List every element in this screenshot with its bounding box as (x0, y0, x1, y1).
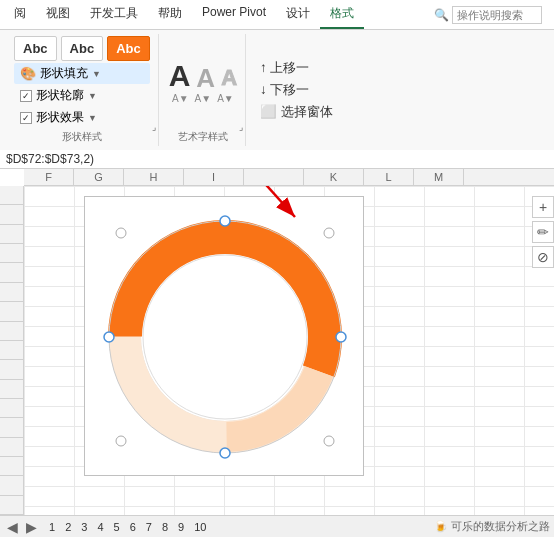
row-3[interactable] (0, 225, 24, 244)
page-10[interactable]: 10 (191, 521, 209, 533)
row-5[interactable] (0, 263, 24, 282)
right-buttons-group: ↑ 上移一 ↓ 下移一 ⬜ 选择窗体 (248, 34, 345, 146)
shape-effect-item[interactable]: 形状效果 ▼ (14, 107, 150, 128)
page-3[interactable]: 3 (78, 521, 90, 533)
select-pane-button[interactable]: ⬜ 选择窗体 (256, 102, 337, 122)
page-4[interactable]: 4 (94, 521, 106, 533)
chart-container[interactable] (84, 196, 364, 476)
tab-devtools[interactable]: 开发工具 (80, 0, 148, 29)
svg-point-7 (220, 216, 230, 226)
col-m[interactable]: M (414, 169, 464, 185)
sheet-tabs-bar: ◀ ▶ 1 2 3 4 5 6 7 8 9 10 🍺 可乐的数据分析之路 (0, 515, 554, 537)
move-up-button[interactable]: ↑ 上移一 (256, 58, 337, 78)
float-add-button[interactable]: + (532, 196, 554, 218)
move-down-button[interactable]: ↓ 下移一 (256, 80, 337, 100)
col-j[interactable] (244, 169, 304, 185)
row-7[interactable] (0, 302, 24, 321)
svg-point-9 (220, 448, 230, 458)
row-9[interactable] (0, 341, 24, 360)
col-f[interactable]: F (24, 169, 74, 185)
column-headers: F G H I K L M (24, 169, 554, 186)
page-5[interactable]: 5 (111, 521, 123, 533)
effect-label: 形状效果 (36, 109, 84, 126)
abc-button-1[interactable]: Abc (14, 36, 57, 61)
formula-text: $D$72:$D$73,2) (6, 152, 94, 166)
svg-point-11 (116, 228, 126, 238)
watermark-text: 🍺 可乐的数据分析之路 (434, 519, 550, 534)
art-style-label: 艺术字样式 (178, 128, 228, 144)
abc-buttons-row: Abc Abc Abc (14, 36, 150, 61)
row-12[interactable] (0, 399, 24, 418)
shape-style-content: Abc Abc Abc 🎨 形状填充 ▼ 形状轮廓 ▼ (14, 36, 150, 128)
shape-outline-item[interactable]: 形状轮廓 ▼ (14, 85, 150, 106)
row-15[interactable] (0, 457, 24, 476)
row-headers (0, 186, 24, 515)
row-10[interactable] (0, 360, 24, 379)
effect-dropdown-icon[interactable]: ▼ (88, 113, 97, 123)
abc-button-3[interactable]: Abc (107, 36, 150, 61)
row-11[interactable] (0, 380, 24, 399)
svg-point-13 (324, 436, 334, 446)
art-sub-1: A▼ (172, 93, 189, 104)
donut-chart (85, 197, 365, 477)
svg-point-14 (116, 436, 126, 446)
page-8[interactable]: 8 (159, 521, 171, 533)
formula-bar: $D$72:$D$73,2) (0, 150, 554, 169)
abc-button-2[interactable]: Abc (61, 36, 104, 61)
row-13[interactable] (0, 418, 24, 437)
page-7[interactable]: 7 (143, 521, 155, 533)
outline-dropdown-icon[interactable]: ▼ (88, 91, 97, 101)
float-buttons-panel: + ✏ ⊘ (532, 196, 554, 268)
art-letter-a1[interactable]: A (169, 61, 191, 91)
search-input[interactable] (452, 6, 542, 24)
art-sub-3: A▼ (217, 93, 234, 104)
float-edit-button[interactable]: ✏ (532, 221, 554, 243)
tab-help[interactable]: 帮助 (148, 0, 192, 29)
tab-read[interactable]: 阅 (4, 0, 36, 29)
page-2[interactable]: 2 (62, 521, 74, 533)
art-style-group: A A A A▼ A▼ A▼ 艺术字样式 ⌟ (161, 34, 246, 146)
svg-point-4 (159, 271, 291, 403)
fill-icon: 🎨 (20, 66, 36, 81)
row-14[interactable] (0, 438, 24, 457)
col-k[interactable]: K (304, 169, 364, 185)
fill-dropdown-icon[interactable]: ▼ (92, 69, 101, 79)
ribbon-body: Abc Abc Abc 🎨 形状填充 ▼ 形状轮廓 ▼ (0, 30, 554, 150)
float-filter-button[interactable]: ⊘ (532, 246, 554, 268)
row-1[interactable] (0, 186, 24, 205)
art-sub-2: A▼ (195, 93, 212, 104)
art-style-content: A A A A▼ A▼ A▼ (169, 36, 237, 128)
page-6[interactable]: 6 (127, 521, 139, 533)
art-style-expand[interactable]: ⌟ (239, 122, 243, 132)
page-9[interactable]: 9 (175, 521, 187, 533)
col-h[interactable]: H (124, 169, 184, 185)
shape-fill-item[interactable]: 🎨 形状填充 ▼ (14, 63, 150, 84)
shape-style-label: 形状样式 (62, 128, 102, 144)
shape-style-expand[interactable]: ⌟ (152, 122, 156, 132)
outline-label: 形状轮廓 (36, 87, 84, 104)
row-4[interactable] (0, 244, 24, 263)
page-numbers: 1 2 3 4 5 6 7 8 9 10 (46, 521, 209, 533)
svg-point-8 (336, 332, 346, 342)
row-8[interactable] (0, 322, 24, 341)
tab-format[interactable]: 格式 (320, 0, 364, 29)
tab-powerpivot[interactable]: Power Pivot (192, 0, 276, 29)
tab-design[interactable]: 设计 (276, 0, 320, 29)
search-icon: 🔍 (434, 8, 449, 22)
shape-options: 🎨 形状填充 ▼ 形状轮廓 ▼ 形状效果 ▼ (14, 63, 150, 128)
tab-view[interactable]: 视图 (36, 0, 80, 29)
tab-nav-next[interactable]: ▶ (23, 519, 40, 535)
art-letter-a3[interactable]: A (221, 65, 237, 91)
row-6[interactable] (0, 283, 24, 302)
col-g[interactable]: G (74, 169, 124, 185)
row-16[interactable] (0, 476, 24, 495)
col-l[interactable]: L (364, 169, 414, 185)
page-1[interactable]: 1 (46, 521, 58, 533)
row-2[interactable] (0, 205, 24, 224)
art-letter-a2[interactable]: A (196, 65, 215, 91)
checkbox-outline (20, 90, 32, 102)
row-17[interactable] (0, 496, 24, 515)
svg-point-12 (324, 228, 334, 238)
col-i[interactable]: I (184, 169, 244, 185)
tab-nav-prev[interactable]: ◀ (4, 519, 21, 535)
